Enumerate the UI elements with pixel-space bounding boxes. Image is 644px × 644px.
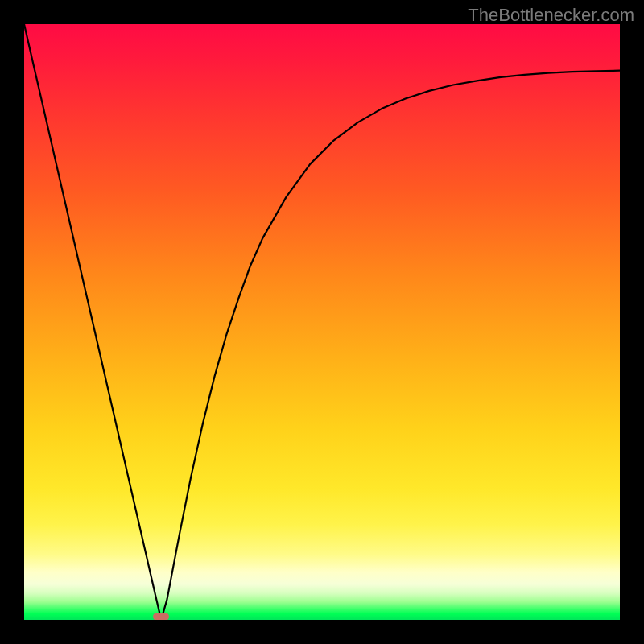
bottleneck-curve xyxy=(24,24,620,620)
chart-frame: TheBottlenecker.com xyxy=(0,0,644,644)
plot-area xyxy=(24,24,620,620)
min-marker xyxy=(153,613,169,620)
attribution-label: TheBottlenecker.com xyxy=(468,5,634,26)
